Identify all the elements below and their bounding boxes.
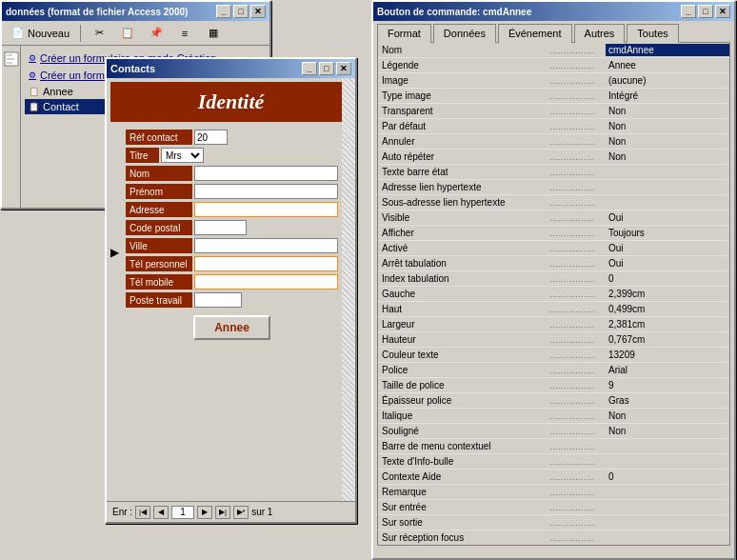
prop-value[interactable]: Gras bbox=[606, 394, 729, 407]
prop-value[interactable]: 2,381cm bbox=[606, 318, 729, 330]
prop-row[interactable]: Taille de police . . . . . . . . . . . .… bbox=[378, 378, 729, 393]
prop-value[interactable] bbox=[606, 446, 729, 448]
prop-row[interactable]: Index tabulation . . . . . . . . . . . .… bbox=[378, 271, 729, 287]
prop-row[interactable]: Italique . . . . . . . . . . . . . . . .… bbox=[378, 409, 729, 424]
nav-new[interactable]: ▶* bbox=[233, 506, 249, 519]
prop-row[interactable]: Image . . . . . . . . . . . . . . . .(au… bbox=[378, 73, 729, 89]
prop-row[interactable]: Sur réception focus . . . . . . . . . . … bbox=[378, 530, 729, 546]
prop-row[interactable]: Nom . . . . . . . . . . . . . . . .cmdAn… bbox=[378, 43, 729, 58]
prop-row[interactable]: Couleur texte . . . . . . . . . . . . . … bbox=[378, 348, 729, 363]
code-postal-input[interactable] bbox=[194, 220, 247, 235]
close-button[interactable]: ✕ bbox=[250, 5, 266, 18]
prop-value[interactable]: Intégré bbox=[606, 90, 729, 102]
annee-button[interactable]: Annee bbox=[193, 315, 270, 340]
prop-row[interactable]: Largeur . . . . . . . . . . . . . . . .2… bbox=[378, 317, 729, 332]
prop-row[interactable]: Barre de menu contextuel . . . . . . . .… bbox=[378, 439, 729, 454]
prop-row[interactable]: Sur sortie . . . . . . . . . . . . . . .… bbox=[378, 515, 729, 530]
paste-button[interactable]: 📌 bbox=[144, 23, 169, 44]
prop-row[interactable]: Hauteur . . . . . . . . . . . . . . . .0… bbox=[378, 332, 729, 348]
prop-row[interactable]: Auto répéter . . . . . . . . . . . . . .… bbox=[378, 150, 729, 165]
prop-value[interactable]: Non bbox=[606, 150, 729, 163]
prop-row[interactable]: Par défaut . . . . . . . . . . . . . . .… bbox=[378, 119, 729, 134]
prop-value[interactable]: 0,499cm bbox=[606, 303, 729, 315]
prop-value[interactable] bbox=[606, 537, 729, 539]
prop-value[interactable]: Oui bbox=[606, 211, 729, 224]
contacts-close[interactable]: ✕ bbox=[336, 62, 351, 75]
prop-value[interactable]: 13209 bbox=[606, 349, 729, 361]
nav-first[interactable]: |◀ bbox=[135, 506, 150, 519]
tab-donnees[interactable]: Données bbox=[433, 24, 496, 43]
prop-row[interactable]: Afficher . . . . . . . . . . . . . . . .… bbox=[378, 226, 729, 241]
prop-value[interactable]: Non bbox=[606, 105, 729, 117]
new-button[interactable]: 📄 Nouveau bbox=[6, 23, 74, 44]
prop-row[interactable]: Police . . . . . . . . . . . . . . . .Ar… bbox=[378, 363, 729, 378]
prop-row[interactable]: Haut . . . . . . . . . . . . . . . .0,49… bbox=[378, 302, 729, 317]
prop-row[interactable]: Texte barre état . . . . . . . . . . . .… bbox=[378, 165, 729, 180]
nav-next[interactable]: ▶ bbox=[197, 506, 212, 519]
prop-row[interactable]: Adresse lien hypertexte . . . . . . . . … bbox=[378, 180, 729, 195]
grid-button[interactable]: ▦ bbox=[201, 23, 226, 44]
prop-row[interactable]: Transparent . . . . . . . . . . . . . . … bbox=[378, 104, 729, 119]
prop-value[interactable] bbox=[606, 522, 729, 524]
ref-contact-input[interactable] bbox=[194, 130, 228, 145]
prop-value[interactable]: 9 bbox=[606, 379, 729, 391]
poste-travail-input[interactable] bbox=[194, 292, 242, 308]
prop-value[interactable] bbox=[606, 187, 729, 189]
prop-value[interactable] bbox=[606, 507, 729, 509]
prop-value[interactable] bbox=[606, 491, 729, 493]
ville-input[interactable] bbox=[194, 238, 338, 253]
tab-format[interactable]: Format bbox=[377, 24, 431, 43]
titre-select[interactable]: Mrs Mr bbox=[161, 148, 204, 163]
nav-last[interactable]: ▶| bbox=[215, 506, 230, 519]
prop-row[interactable]: Souligné . . . . . . . . . . . . . . . .… bbox=[378, 424, 729, 439]
tab-autres[interactable]: Autres bbox=[574, 24, 626, 43]
prop-value[interactable]: Arial bbox=[606, 364, 729, 376]
prop-value[interactable]: Non bbox=[606, 410, 729, 422]
prop-row[interactable]: Sur entrée . . . . . . . . . . . . . . .… bbox=[378, 500, 729, 515]
prop-row[interactable]: Contexte Aide . . . . . . . . . . . . . … bbox=[378, 470, 729, 485]
nom-input[interactable] bbox=[194, 166, 338, 181]
props-minimize[interactable]: _ bbox=[681, 5, 696, 18]
prop-value[interactable]: Non bbox=[606, 120, 729, 132]
copy-button[interactable]: 📋 bbox=[115, 23, 140, 44]
tab-toutes[interactable]: Toutes bbox=[627, 24, 678, 43]
prop-row[interactable]: Arrêt tabulation . . . . . . . . . . . .… bbox=[378, 256, 729, 271]
prop-value[interactable] bbox=[606, 171, 729, 173]
tab-evenement[interactable]: Événement bbox=[498, 24, 572, 43]
prop-row[interactable]: Activé . . . . . . . . . . . . . . . .Ou… bbox=[378, 241, 729, 256]
prop-value[interactable] bbox=[606, 202, 729, 204]
prop-row[interactable]: Épaisseur police . . . . . . . . . . . .… bbox=[378, 393, 729, 409]
prop-value[interactable]: Non bbox=[606, 135, 729, 148]
prop-row[interactable]: Visible . . . . . . . . . . . . . . . .O… bbox=[378, 210, 729, 226]
tel-mobile-input[interactable] bbox=[194, 274, 338, 290]
prop-value[interactable]: Annee bbox=[606, 59, 729, 71]
cut-button[interactable]: ✂ bbox=[87, 23, 111, 44]
prop-value[interactable]: cmdAnnee bbox=[606, 44, 729, 56]
prop-value[interactable] bbox=[606, 461, 729, 463]
tel-personnel-input[interactable] bbox=[194, 256, 338, 271]
prop-row[interactable]: Type image . . . . . . . . . . . . . . .… bbox=[378, 89, 729, 104]
format-button[interactable]: ≡ bbox=[172, 23, 197, 44]
contacts-maximize[interactable]: □ bbox=[319, 62, 334, 75]
prop-row[interactable]: Texte d'Info-bulle . . . . . . . . . . .… bbox=[378, 454, 729, 470]
prop-value[interactable]: Non bbox=[606, 425, 729, 437]
prop-row[interactable]: Gauche . . . . . . . . . . . . . . . .2,… bbox=[378, 287, 729, 302]
prop-value[interactable]: (aucune) bbox=[606, 74, 729, 87]
props-close[interactable]: ✕ bbox=[715, 5, 730, 18]
record-number[interactable] bbox=[171, 506, 194, 519]
prop-row[interactable]: Remarque . . . . . . . . . . . . . . . . bbox=[378, 485, 729, 500]
prop-value[interactable]: 0 bbox=[606, 272, 729, 285]
form-scrollbar[interactable] bbox=[342, 78, 355, 501]
props-maximize[interactable]: □ bbox=[698, 5, 713, 18]
prop-row[interactable]: Sous-adresse lien hypertexte . . . . . .… bbox=[378, 195, 729, 210]
contacts-minimize[interactable]: _ bbox=[302, 62, 317, 75]
maximize-button[interactable]: □ bbox=[233, 5, 249, 18]
prop-row[interactable]: Légende . . . . . . . . . . . . . . . .A… bbox=[378, 58, 729, 73]
prop-value[interactable]: 0 bbox=[606, 470, 729, 483]
prop-value[interactable]: Oui bbox=[606, 257, 729, 270]
prop-value[interactable]: Oui bbox=[606, 242, 729, 254]
prop-value[interactable]: Toujours bbox=[606, 227, 729, 239]
prop-row[interactable]: Annuler . . . . . . . . . . . . . . . .N… bbox=[378, 134, 729, 150]
nav-prev[interactable]: ◀ bbox=[153, 506, 169, 519]
prop-value[interactable]: 0,767cm bbox=[606, 333, 729, 346]
